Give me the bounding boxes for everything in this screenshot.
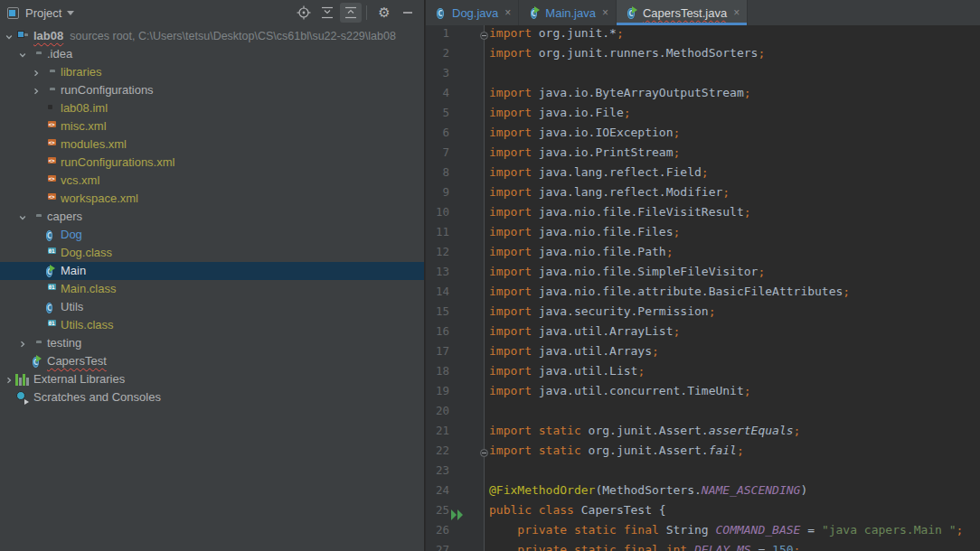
run-arrows-icon[interactable] [451, 508, 464, 524]
code-line-text: public class CapersTest { [489, 503, 666, 517]
code-line-text: import static org.junit.Assert.assertEqu… [489, 424, 800, 437]
tree-row-dog[interactable]: CDog [0, 226, 424, 244]
tree-row-capers[interactable]: capers [0, 208, 424, 226]
code-line-9[interactable]: 9import java.lang.reflect.Modifier; [426, 185, 980, 205]
tree-row-main-class[interactable]: 01Main.class [0, 280, 424, 298]
tree-item-label: External Libraries [33, 370, 125, 388]
code-line-11[interactable]: 11import java.nio.file.Files; [426, 225, 980, 245]
code-line-21[interactable]: 21import static org.junit.Assert.assertE… [426, 424, 980, 444]
code-line-12[interactable]: 12import java.nio.file.Path; [426, 245, 980, 265]
chevron-expanded-icon [19, 48, 26, 61]
collapse-all-icon-button[interactable] [340, 3, 362, 23]
code-line-14[interactable]: 14import java.nio.file.attribute.BasicFi… [426, 285, 980, 304]
editor-tab-caperstest-java[interactable]: CCapersTest.java× [617, 0, 748, 25]
code-line-3[interactable]: 3 [426, 66, 980, 86]
tree-item-label: Utils [61, 298, 83, 316]
line-number: 18 [426, 364, 449, 378]
tree-row-main[interactable]: CMain [0, 262, 424, 280]
collapse-all-icon [344, 5, 358, 20]
tree-row-scratches-and-consoles[interactable]: Scratches and Consoles [0, 388, 424, 406]
fold-marker-icon[interactable] [480, 449, 488, 457]
code-line-text: import static org.junit.Assert.fail; [489, 444, 744, 457]
tree-item-label: lab08.iml [61, 99, 108, 117]
code-line-6[interactable]: 6import java.io.IOException; [426, 126, 980, 145]
tree-row-workspace-xml[interactable]: <>workspace.xml [0, 190, 424, 208]
code-line-23[interactable]: 23 [426, 463, 980, 483]
tree-row-runconfigurations[interactable]: runConfigurations [0, 81, 424, 99]
tree-item-label: Main.class [61, 280, 116, 298]
tree-row-lab08[interactable]: lab08sources root, C:\Users\tetsu\Deskto… [0, 27, 424, 45]
close-icon[interactable]: × [504, 7, 511, 18]
code-line-8[interactable]: 8import java.lang.reflect.Field; [426, 165, 980, 185]
code-line-text: import java.security.Permission; [489, 304, 715, 318]
chevron-collapsed-icon[interactable] [16, 334, 28, 352]
tree-row-vcs-xml[interactable]: <>vcs.xml [0, 172, 424, 190]
chevron-slot [30, 172, 42, 190]
tree-item-label: CapersTest [47, 352, 107, 370]
code-line-20[interactable]: 20 [426, 404, 980, 424]
chevron-collapsed-icon[interactable] [30, 63, 42, 81]
chevron-slot [3, 388, 14, 406]
line-number: 3 [426, 66, 449, 79]
code-line-1[interactable]: 1import org.junit.*; [426, 26, 980, 46]
tree-row-external-libraries[interactable]: External Libraries [0, 370, 424, 388]
code-line-4[interactable]: 4import java.io.ByteArrayOutputStream; [426, 86, 980, 106]
chevron-collapsed-icon[interactable] [30, 81, 42, 99]
tree-row--idea[interactable]: .idea [0, 45, 424, 63]
code-line-13[interactable]: 13import java.nio.file.SimpleFileVisitor… [426, 265, 980, 285]
hide-panel-icon-button[interactable] [397, 3, 419, 23]
close-icon[interactable]: × [602, 7, 608, 18]
code-line-text: import java.nio.file.SimpleFileVisitor; [489, 265, 765, 278]
chevron-expanded-icon[interactable] [16, 45, 28, 63]
code-line-27[interactable]: 27 private static final int DELAY_MS = 1… [426, 543, 980, 551]
code-line-10[interactable]: 10import java.nio.file.FileVisitResult; [426, 205, 980, 225]
chevron-slot [30, 262, 42, 280]
chevron-collapsed-icon[interactable] [3, 370, 14, 388]
libraries-icon [15, 373, 29, 386]
tree-item-label: Dog.class [61, 244, 112, 262]
code-line-16[interactable]: 16import java.util.ArrayList; [426, 324, 980, 344]
fold-marker-icon[interactable] [480, 32, 488, 40]
tree-row-utils-class[interactable]: 01Utils.class [0, 316, 424, 334]
chevron-expanded-icon[interactable] [16, 208, 28, 226]
tree-row-dog-class[interactable]: 01Dog.class [0, 244, 424, 262]
code-line-22[interactable]: 22import static org.junit.Assert.fail; [426, 444, 980, 463]
tree-item-label: runConfigurations [61, 81, 154, 99]
code-line-25[interactable]: 25public class CapersTest { [426, 503, 980, 523]
line-number: 20 [426, 404, 449, 417]
code-line-15[interactable]: 15import java.security.Permission; [426, 304, 980, 324]
tree-item-label: modules.xml [61, 135, 127, 154]
locate-file-icon-button[interactable] [293, 3, 315, 23]
code-line-18[interactable]: 18import java.util.List; [426, 364, 980, 384]
tree-row-libraries[interactable]: libraries [0, 63, 424, 81]
tree-row-utils[interactable]: CUtils [0, 298, 424, 316]
chevron-slot [30, 117, 42, 135]
code-line-26[interactable]: 26 private static final String COMMAND_B… [426, 523, 980, 543]
tree-row-testing[interactable]: testing [0, 334, 424, 352]
tree-row-runconfigurations-xml[interactable]: <>runConfigurations.xml [0, 154, 424, 172]
code-line-7[interactable]: 7import java.io.PrintStream; [426, 145, 980, 165]
toolbar-divider [366, 5, 367, 20]
close-icon[interactable]: × [733, 7, 740, 18]
code-editor[interactable]: 1import org.junit.*;2import org.junit.ru… [426, 25, 980, 551]
chevron-expanded-icon[interactable] [3, 27, 14, 45]
chevron-down-icon[interactable] [67, 11, 74, 15]
code-line-19[interactable]: 19import java.util.concurrent.TimeUnit; [426, 384, 980, 404]
tree-row-lab08-iml[interactable]: lab08.iml [0, 99, 424, 117]
editor-tab-main-java[interactable]: CMain.java× [519, 0, 617, 25]
code-line-2[interactable]: 2import org.junit.runners.MethodSorters; [426, 46, 980, 66]
expand-all-icon-button[interactable] [316, 3, 338, 23]
code-line-17[interactable]: 17import java.util.Arrays; [426, 344, 980, 364]
code-line-text: import java.lang.reflect.Field; [489, 165, 709, 179]
editor-tab-dog-java[interactable]: CDog.java× [426, 0, 519, 25]
tree-row-modules-xml[interactable]: <>modules.xml [0, 135, 424, 154]
code-line-5[interactable]: 5import java.io.File; [426, 106, 980, 126]
tree-row-misc-xml[interactable]: <>misc.xml [0, 117, 424, 135]
project-panel-header: Project ⚙ [0, 0, 424, 25]
line-number: 1 [426, 26, 449, 40]
code-line-text: import java.util.List; [489, 364, 645, 378]
tree-row-caperstest[interactable]: CCapersTest [0, 352, 424, 370]
settings-gear-icon-button[interactable]: ⚙ [373, 3, 395, 23]
code-line-24[interactable]: 24@FixMethodOrder(MethodSorters.NAME_ASC… [426, 483, 980, 503]
panel-title[interactable]: Project [25, 6, 61, 20]
